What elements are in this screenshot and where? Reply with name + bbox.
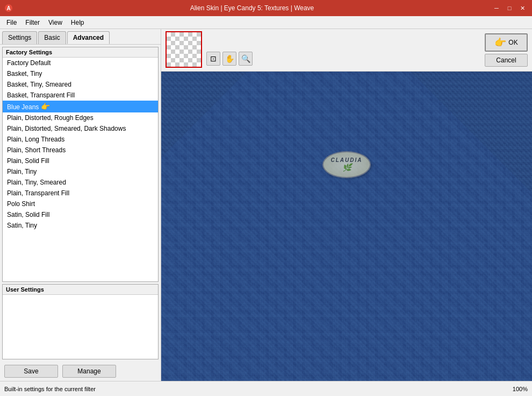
preset-item[interactable]: Plain, Solid Fill xyxy=(3,155,158,166)
zoom-level: 100% xyxy=(513,386,528,392)
save-button[interactable]: Save xyxy=(4,365,58,378)
preview-thumbnail[interactable] xyxy=(166,31,202,68)
right-panel: ⊡ ✋ 🔍 👉 OK Cancel xyxy=(161,29,532,381)
preset-item[interactable]: Plain, Tiny xyxy=(3,166,158,177)
tab-advanced[interactable]: Advanced xyxy=(67,31,110,44)
tab-settings[interactable]: Settings xyxy=(2,31,37,44)
presets-list[interactable]: Factory DefaultBasket, TinyBasket, Tiny,… xyxy=(3,58,158,281)
preset-item[interactable]: Plain, Short Threads xyxy=(3,145,158,155)
left-panel: Settings Basic Advanced Factory Settings… xyxy=(0,29,161,381)
preset-item[interactable]: Plain, Distorted, Rough Edges xyxy=(3,112,158,123)
pan-tool[interactable]: ✋ xyxy=(222,52,236,66)
main-container: Settings Basic Advanced Factory Settings… xyxy=(0,29,532,381)
preset-item[interactable]: Factory Default xyxy=(3,58,158,68)
user-settings-body xyxy=(3,295,158,359)
preset-item[interactable]: Satin, Tiny xyxy=(3,220,158,231)
presets-section: Factory Settings Factory DefaultBasket, … xyxy=(0,45,161,362)
factory-settings-box: Factory Settings Factory DefaultBasket, … xyxy=(2,47,159,282)
preset-item[interactable]: Basket, Transparent Fill xyxy=(3,90,158,101)
preset-item[interactable]: Basket, Tiny, Smeared xyxy=(3,79,158,90)
preset-item[interactable]: Blue Jeans 👉 xyxy=(3,101,158,112)
cancel-button[interactable]: Cancel xyxy=(485,54,528,67)
tool-icons: ⊡ ✋ 🔍 xyxy=(206,52,253,68)
tab-basic[interactable]: Basic xyxy=(38,31,66,44)
preset-item[interactable]: Plain, Transparent Fill xyxy=(3,188,158,199)
zoom-tool[interactable]: 🔍 xyxy=(239,52,253,66)
preset-item[interactable]: Basket, Tiny xyxy=(3,68,158,79)
preset-item[interactable]: Satin, Solid Fill xyxy=(3,209,158,220)
menu-view[interactable]: View xyxy=(44,18,67,27)
fit-page-tool[interactable]: ⊡ xyxy=(206,52,220,66)
preset-item[interactable]: Plain, Tiny, Smeared xyxy=(3,177,158,188)
minimize-button[interactable]: ─ xyxy=(491,3,502,13)
ok-cancel-area: 👉 OK Cancel xyxy=(480,29,532,71)
menu-file[interactable]: File xyxy=(2,18,21,27)
menu-filter[interactable]: Filter xyxy=(21,18,44,27)
factory-settings-header: Factory Settings xyxy=(3,47,158,58)
status-bar: Built-in settings for the current filter… xyxy=(0,381,532,396)
menu-help[interactable]: Help xyxy=(67,18,89,27)
ok-button[interactable]: 👉 OK xyxy=(485,33,528,52)
preview-area[interactable]: CLAUDIA 🌿 xyxy=(161,72,532,381)
window-controls: ─ □ ✕ xyxy=(491,3,528,13)
preset-item[interactable]: Plain, Distorted, Smeared, Dark Shadows xyxy=(3,123,158,134)
bottom-buttons: Save Manage xyxy=(0,362,161,381)
app-icon: A xyxy=(4,4,13,12)
status-message: Built-in settings for the current filter xyxy=(4,386,96,392)
preset-item[interactable]: Plain, Long Threads xyxy=(3,134,158,145)
window-title: Alien Skin | Eye Candy 5: Textures | Wea… xyxy=(13,4,491,12)
menu-bar: File Filter View Help xyxy=(0,16,532,29)
maximize-button[interactable]: □ xyxy=(504,3,515,13)
user-settings-box: User Settings xyxy=(2,284,159,359)
title-bar: A Alien Skin | Eye Candy 5: Textures | W… xyxy=(0,0,532,16)
user-settings-header: User Settings xyxy=(3,285,158,295)
manage-button[interactable]: Manage xyxy=(62,365,116,378)
close-button[interactable]: ✕ xyxy=(517,3,528,13)
tab-bar: Settings Basic Advanced xyxy=(0,29,161,45)
preset-item[interactable]: Polo Shirt xyxy=(3,199,158,209)
svg-text:A: A xyxy=(6,5,10,11)
denim-texture xyxy=(161,72,532,381)
